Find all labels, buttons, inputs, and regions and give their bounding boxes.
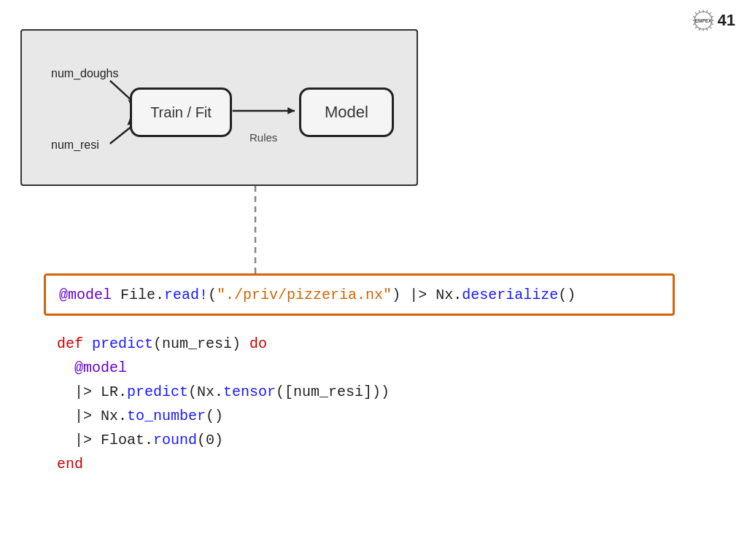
pipe-nx: |> Nx.	[74, 408, 127, 424]
indent2	[57, 384, 74, 400]
code-line-round: |> Float.round(0)	[57, 428, 390, 452]
predict-fn-name: predict	[92, 335, 153, 352]
pipe-lr: |> LR.	[74, 384, 127, 400]
svg-line-6	[709, 26, 711, 28]
indent4	[57, 432, 74, 448]
label-num-resi: num_resi	[51, 139, 99, 152]
indent1	[57, 359, 74, 376]
file-module: File.	[120, 287, 164, 303]
diagram-container: num_doughs num_resi Train / Fit Model Ru…	[20, 29, 418, 186]
end-keyword: end	[57, 456, 83, 472]
predict-args: (num_resi)	[153, 335, 249, 352]
code-highlight-text: @model File.read!("./priv/pizzeria.nx") …	[59, 287, 576, 303]
code-highlight-box: @model File.read!("./priv/pizzeria.nx") …	[44, 273, 675, 316]
model-label: Model	[325, 103, 368, 122]
lr-predict-fn: predict	[127, 384, 188, 400]
train-fit-box: Train / Fit	[130, 88, 232, 137]
round-fn: round	[153, 432, 197, 448]
code-block: def predict(num_resi) do @model |> LR.pr…	[57, 332, 390, 476]
model-attr-2: @model	[74, 359, 127, 376]
do-keyword: do	[249, 335, 267, 352]
deserialize-parens: ()	[558, 287, 576, 303]
deserialize-fn: deserialize	[462, 287, 558, 303]
code-line-end: end	[57, 452, 390, 476]
code-line-def: def predict(num_resi) do	[57, 332, 390, 356]
pipe-op1: |> Nx.	[409, 287, 462, 303]
read-fn: read!	[164, 287, 208, 303]
svg-line-7	[709, 12, 711, 15]
indent3	[57, 408, 74, 424]
round-args: (0)	[197, 432, 223, 448]
svg-text:EMPEX: EMPEX	[694, 18, 711, 23]
paren-open: (	[208, 287, 217, 303]
paren-close: )	[392, 287, 400, 303]
label-num-doughs: num_doughs	[51, 67, 119, 80]
lr-predict-open: (Nx.	[188, 384, 223, 400]
pipe-float: |> Float.	[74, 432, 153, 448]
code-line-lr-predict: |> LR.predict(Nx.tensor([num_resi]))	[57, 380, 390, 404]
train-fit-label: Train / Fit	[150, 104, 212, 121]
model-attr: @model	[59, 287, 112, 303]
page-number: 41	[718, 11, 735, 30]
lr-predict-args: ([num_resi]))	[276, 384, 390, 400]
logo-area: EMPEX 41	[692, 9, 735, 32]
label-rules: Rules	[249, 131, 277, 144]
svg-line-5	[694, 12, 697, 15]
to-number-parens: ()	[206, 408, 223, 424]
empex-logo-icon: EMPEX	[692, 9, 715, 32]
to-number-fn: to_number	[127, 408, 206, 424]
model-box: Model	[299, 88, 394, 137]
nx-tensor-fn: tensor	[223, 384, 276, 400]
svg-line-8	[694, 26, 697, 28]
string-arg: "./priv/pizzeria.nx"	[217, 287, 392, 303]
code-line-model-attr: @model	[57, 356, 390, 380]
def-keyword: def	[57, 335, 92, 352]
svg-marker-23	[287, 107, 295, 114]
code-line-to-number: |> Nx.to_number()	[57, 404, 390, 428]
